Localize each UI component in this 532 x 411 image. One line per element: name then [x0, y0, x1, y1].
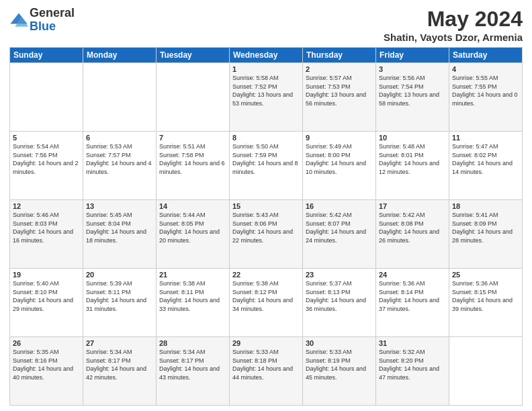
calendar-header-row: Sunday Monday Tuesday Wednesday Thursday… [10, 48, 523, 63]
day-number: 26 [13, 339, 80, 347]
day-info: Sunrise: 5:36 AM Sunset: 8:14 PM Dayligh… [379, 279, 446, 313]
day-info: Sunrise: 5:42 AM Sunset: 8:08 PM Dayligh… [379, 211, 446, 244]
header: General Blue May 2024 Shatin, Vayots Dzo… [9, 7, 523, 43]
day-number: 14 [159, 202, 226, 210]
day-number: 22 [232, 271, 300, 279]
day-number: 30 [306, 339, 373, 347]
table-row: 20Sunrise: 5:39 AM Sunset: 8:11 PM Dayli… [83, 269, 157, 337]
subtitle: Shatin, Vayots Dzor, Armenia [384, 32, 523, 43]
day-number: 3 [379, 65, 446, 73]
day-number: 24 [379, 271, 446, 279]
table-row: 22Sunrise: 5:38 AM Sunset: 8:12 PM Dayli… [230, 269, 303, 337]
day-info: Sunrise: 5:55 AM Sunset: 7:55 PM Dayligh… [452, 74, 519, 107]
day-number: 2 [306, 65, 373, 73]
day-number: 15 [232, 202, 300, 210]
day-info: Sunrise: 5:56 AM Sunset: 7:54 PM Dayligh… [379, 74, 446, 107]
day-number: 25 [452, 271, 519, 279]
table-row: 25Sunrise: 5:36 AM Sunset: 8:15 PM Dayli… [449, 269, 523, 337]
day-number: 27 [86, 339, 153, 347]
day-info: Sunrise: 5:33 AM Sunset: 8:19 PM Dayligh… [306, 348, 373, 381]
table-row: 19Sunrise: 5:40 AM Sunset: 8:10 PM Dayli… [10, 269, 83, 337]
calendar-week-row: 5Sunrise: 5:54 AM Sunset: 7:56 PM Daylig… [10, 132, 523, 200]
day-info: Sunrise: 5:33 AM Sunset: 8:18 PM Dayligh… [232, 348, 300, 381]
day-number: 28 [159, 339, 226, 347]
day-info: Sunrise: 5:43 AM Sunset: 8:06 PM Dayligh… [232, 211, 300, 244]
day-number: 17 [379, 202, 446, 210]
table-row: 24Sunrise: 5:36 AM Sunset: 8:14 PM Dayli… [376, 269, 449, 337]
day-info: Sunrise: 5:42 AM Sunset: 8:07 PM Dayligh… [306, 211, 373, 244]
day-number: 5 [13, 134, 80, 142]
day-info: Sunrise: 5:54 AM Sunset: 7:56 PM Dayligh… [13, 142, 80, 176]
day-number: 21 [159, 271, 226, 279]
day-info: Sunrise: 5:40 AM Sunset: 8:10 PM Dayligh… [13, 279, 80, 313]
table-row: 13Sunrise: 5:45 AM Sunset: 8:04 PM Dayli… [83, 200, 157, 269]
day-info: Sunrise: 5:45 AM Sunset: 8:04 PM Dayligh… [86, 211, 153, 244]
table-row: 26Sunrise: 5:35 AM Sunset: 8:16 PM Dayli… [10, 337, 83, 406]
day-info: Sunrise: 5:38 AM Sunset: 8:12 PM Dayligh… [232, 279, 300, 313]
day-number: 9 [306, 134, 373, 142]
table-row: 1Sunrise: 5:58 AM Sunset: 7:52 PM Daylig… [230, 63, 303, 132]
day-number: 13 [86, 202, 153, 210]
table-row: 2Sunrise: 5:57 AM Sunset: 7:53 PM Daylig… [303, 63, 376, 132]
table-row: 28Sunrise: 5:34 AM Sunset: 8:17 PM Dayli… [157, 337, 230, 406]
table-row: 4Sunrise: 5:55 AM Sunset: 7:55 PM Daylig… [449, 63, 523, 132]
table-row [157, 63, 230, 132]
day-number: 4 [452, 65, 519, 73]
table-row: 8Sunrise: 5:50 AM Sunset: 7:59 PM Daylig… [230, 132, 303, 200]
logo-blue-text: Blue [30, 20, 75, 34]
table-row [10, 63, 83, 132]
table-row: 15Sunrise: 5:43 AM Sunset: 8:06 PM Dayli… [230, 200, 303, 269]
table-row: 3Sunrise: 5:56 AM Sunset: 7:54 PM Daylig… [376, 63, 449, 132]
col-tuesday: Tuesday [157, 48, 230, 63]
table-row: 5Sunrise: 5:54 AM Sunset: 7:56 PM Daylig… [10, 132, 83, 200]
day-number: 6 [86, 134, 153, 142]
day-info: Sunrise: 5:39 AM Sunset: 8:11 PM Dayligh… [86, 279, 153, 313]
table-row: 21Sunrise: 5:38 AM Sunset: 8:11 PM Dayli… [157, 269, 230, 337]
calendar-table: Sunday Monday Tuesday Wednesday Thursday… [9, 47, 523, 406]
table-row: 18Sunrise: 5:41 AM Sunset: 8:09 PM Dayli… [449, 200, 523, 269]
col-monday: Monday [83, 48, 157, 63]
day-info: Sunrise: 5:34 AM Sunset: 8:17 PM Dayligh… [86, 348, 153, 381]
day-info: Sunrise: 5:38 AM Sunset: 8:11 PM Dayligh… [159, 279, 226, 313]
calendar-week-row: 12Sunrise: 5:46 AM Sunset: 8:03 PM Dayli… [10, 200, 523, 269]
day-info: Sunrise: 5:44 AM Sunset: 8:05 PM Dayligh… [159, 211, 226, 244]
table-row: 10Sunrise: 5:48 AM Sunset: 8:01 PM Dayli… [376, 132, 449, 200]
table-row: 12Sunrise: 5:46 AM Sunset: 8:03 PM Dayli… [10, 200, 83, 269]
col-wednesday: Wednesday [230, 48, 303, 63]
day-info: Sunrise: 5:35 AM Sunset: 8:16 PM Dayligh… [13, 348, 80, 381]
day-number: 23 [306, 271, 373, 279]
day-info: Sunrise: 5:57 AM Sunset: 7:53 PM Dayligh… [306, 74, 373, 107]
logo-icon [9, 11, 28, 30]
day-info: Sunrise: 5:50 AM Sunset: 7:59 PM Dayligh… [232, 142, 300, 176]
col-sunday: Sunday [10, 48, 83, 63]
day-number: 29 [232, 339, 300, 347]
day-info: Sunrise: 5:36 AM Sunset: 8:15 PM Dayligh… [452, 279, 519, 313]
day-info: Sunrise: 5:49 AM Sunset: 8:00 PM Dayligh… [306, 142, 373, 176]
day-number: 11 [452, 134, 519, 142]
logo-general-text: General [30, 7, 75, 20]
day-info: Sunrise: 5:58 AM Sunset: 7:52 PM Dayligh… [232, 74, 300, 107]
table-row: 9Sunrise: 5:49 AM Sunset: 8:00 PM Daylig… [303, 132, 376, 200]
day-info: Sunrise: 5:48 AM Sunset: 8:01 PM Dayligh… [379, 142, 446, 176]
day-number: 1 [232, 65, 300, 73]
day-info: Sunrise: 5:41 AM Sunset: 8:09 PM Dayligh… [452, 211, 519, 244]
table-row: 14Sunrise: 5:44 AM Sunset: 8:05 PM Dayli… [157, 200, 230, 269]
day-number: 18 [452, 202, 519, 210]
col-thursday: Thursday [303, 48, 376, 63]
day-number: 20 [86, 271, 153, 279]
day-info: Sunrise: 5:37 AM Sunset: 8:13 PM Dayligh… [306, 279, 373, 313]
day-number: 7 [159, 134, 226, 142]
main-title: May 2024 [384, 7, 523, 32]
col-friday: Friday [376, 48, 449, 63]
day-info: Sunrise: 5:34 AM Sunset: 8:17 PM Dayligh… [159, 348, 226, 381]
table-row: 16Sunrise: 5:42 AM Sunset: 8:07 PM Dayli… [303, 200, 376, 269]
table-row: 17Sunrise: 5:42 AM Sunset: 8:08 PM Dayli… [376, 200, 449, 269]
table-row: 11Sunrise: 5:47 AM Sunset: 8:02 PM Dayli… [449, 132, 523, 200]
table-row: 29Sunrise: 5:33 AM Sunset: 8:18 PM Dayli… [230, 337, 303, 406]
table-row [83, 63, 157, 132]
day-number: 8 [232, 134, 300, 142]
day-info: Sunrise: 5:46 AM Sunset: 8:03 PM Dayligh… [13, 211, 80, 244]
calendar-week-row: 26Sunrise: 5:35 AM Sunset: 8:16 PM Dayli… [10, 337, 523, 406]
day-number: 16 [306, 202, 373, 210]
day-number: 12 [13, 202, 80, 210]
